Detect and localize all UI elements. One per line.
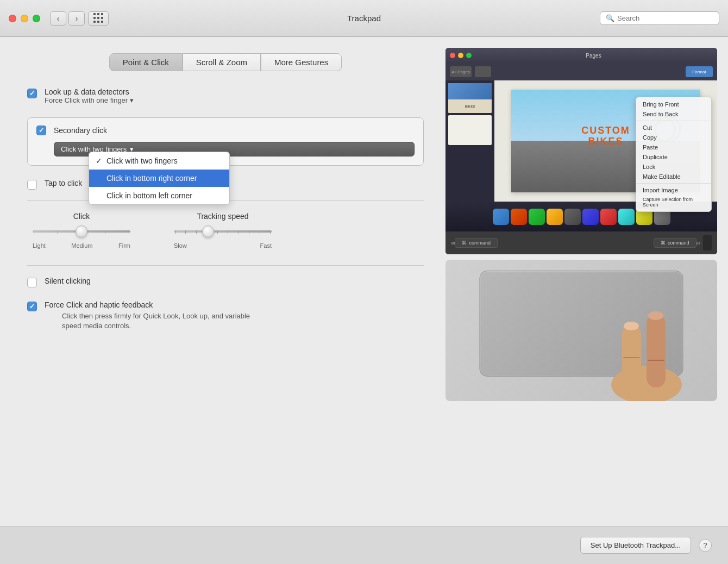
pages-max-dot [466,53,472,58]
tick [217,230,218,234]
dropdown-item-two-fingers[interactable]: Click with two fingers [89,152,229,170]
maximize-button[interactable] [33,15,40,22]
click-slider-label: Click [73,212,90,221]
lookup-dropdown[interactable]: Force Click with one finger ▾ [45,96,134,104]
preview-panel: Pages All Pages Format BIKES [445,37,728,564]
pages-format-btn: Format [686,66,713,77]
pages-toolbar-btn2 [475,66,491,77]
tab-point-click[interactable]: Point & Click [109,53,183,71]
tracking-slider-track [174,230,272,233]
search-input[interactable] [617,14,713,22]
pages-main-canvas: CUSTOM BIKES Bring to Front Send to Back… [494,80,717,202]
right-command-key: ⌘ command [654,238,696,248]
tap-to-click-checkbox-wrapper [27,180,37,190]
left-command-key: ⌘ command [455,238,498,248]
grid-icon [93,13,104,23]
right-cmd-label: command [668,240,689,246]
secondary-click-header: Secondary click [36,126,415,135]
dropdown-item-bottom-right[interactable]: Click in bottom right corner [89,170,229,187]
click-slider-thumb[interactable] [76,225,87,237]
pages-sim-titlebar: Pages [445,48,717,63]
force-click-row: Force Click and haptic feedback Click th… [27,300,424,331]
tracking-slider-labels: Slow Fast [174,242,272,249]
lookup-sub-label: Force Click with one finger [45,96,128,104]
help-button[interactable]: ? [699,539,712,552]
dropdown-item-bottom-left[interactable]: Click in bottom left corner [89,187,229,204]
dock-icon2 [511,209,527,225]
tick [270,230,271,234]
titlebar: ‹ › Trackpad 🔍 [0,0,728,37]
tick [175,230,175,234]
tracking-slider-thumb[interactable] [202,225,214,237]
force-click-label: Force Click and haptic feedback [45,300,258,309]
trackpad-preview [445,260,717,401]
cm-duplicate: Duplicate [636,152,711,162]
pages-simulation: Pages All Pages Format BIKES [445,48,717,254]
custom-bikes-text: CUSTOM BIKES [581,126,630,147]
bottom-settings: Silent clicking Force Click and haptic f… [27,277,424,331]
tap-to-click-label: Tap to click [45,179,82,187]
dock-icon8 [618,209,635,225]
tick [228,230,228,234]
keyboard-strip: alt ⌘ command ⌘ command alt [445,231,717,254]
tab-scroll-zoom[interactable]: Scroll & Zoom [183,53,261,71]
cm-lock: Lock [636,162,711,172]
cm-import: Import Image [636,185,711,195]
force-click-checkbox[interactable] [27,302,37,311]
tracking-tick-marks [174,230,272,234]
secondary-click-checkbox[interactable] [36,126,46,135]
left-alt-area: alt [451,241,455,245]
dock-icon1 [493,209,509,225]
tracking-slider-max: Fast [260,242,272,249]
tick [58,230,58,234]
force-click-checkbox-wrapper [27,302,37,311]
cm-sep2 [636,183,711,184]
cm-capture: Capture Selection from Screen [636,195,711,209]
pages-content-area: BIKES [445,80,717,202]
minimize-button[interactable] [21,15,28,22]
sliders-section: Click Light Mediu [27,212,424,249]
pages-toolbar: All Pages Format [445,63,717,80]
tab-more-gestures[interactable]: More Gestures [261,53,342,71]
grid-button[interactable] [88,11,109,26]
tap-to-click-checkbox[interactable] [27,180,37,190]
svg-rect-2 [647,314,666,387]
dock-icon3 [529,209,545,225]
close-button[interactable] [9,15,16,22]
tracking-slider-label: Tracking speed [197,212,248,221]
silent-clicking-label: Silent clicking [45,277,91,285]
bluetooth-setup-button[interactable]: Set Up Bluetooth Trackpad... [580,537,691,554]
bottom-bar: Set Up Bluetooth Trackpad... ? [0,526,728,564]
search-icon: 🔍 [606,14,614,22]
tick [260,230,260,234]
force-click-desc: Click then press firmly for Quick Look, … [62,311,258,331]
cm-make-editable: Make Editable [636,172,711,181]
window-title: Trackpad [347,14,381,23]
back-button[interactable]: ‹ [50,11,66,26]
lookup-label: Look up & data detectors [45,87,134,96]
divider-2 [27,265,424,266]
click-slider-labels: Light Medium Firm [33,242,130,249]
main-content: Point & Click Scroll & Zoom More Gesture… [0,37,728,564]
traffic-lights [9,15,40,22]
pages-title: Pages [474,53,713,59]
search-bar[interactable]: 🔍 [600,11,719,25]
pages-close-dot [450,53,455,58]
tick [196,230,197,234]
tab-bar: Point & Click Scroll & Zoom More Gesture… [27,53,424,71]
tick [105,230,105,234]
pages-min-dot [458,53,463,58]
cm-send-back: Send to Back [636,109,711,119]
forward-button[interactable]: › [68,11,85,26]
pages-thumb-2 [448,115,492,145]
tick [129,230,129,234]
force-click-text: Force Click and haptic feedback Click th… [45,300,258,331]
cm-copy: Copy [636,133,711,142]
silent-clicking-checkbox[interactable] [27,278,37,287]
lookup-checkbox-wrapper [27,89,37,98]
tick [34,230,34,234]
lookup-checkbox[interactable] [27,89,37,98]
pages-toolbar-btn: All Pages [450,66,472,77]
click-slider-min: Light [33,242,46,249]
left-cmd-label: command [469,240,491,246]
